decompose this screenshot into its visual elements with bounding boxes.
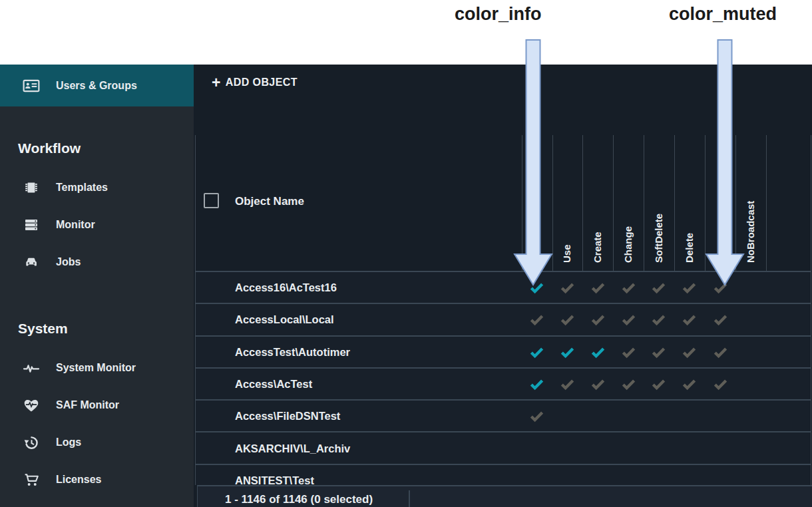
object-name-cell: AKSARCHIV\L_Archiv (235, 442, 350, 454)
sidebar-item-templates[interactable]: Templates (0, 169, 194, 206)
sidebar-item-licenses[interactable]: Licenses (0, 461, 194, 498)
column-grid-line (705, 135, 706, 271)
column-header-delete: Delete (684, 233, 695, 263)
table-row[interactable]: ANSITEST\Test (196, 465, 811, 485)
check-icon[interactable] (556, 377, 578, 392)
check-icon[interactable] (618, 312, 639, 327)
column-grid-line (766, 135, 767, 271)
check-icon[interactable] (679, 377, 700, 392)
add-object-button[interactable]: ADD OBJECT (212, 76, 298, 89)
check-icon[interactable] (679, 312, 700, 327)
annotation-label-color-info: color_info (455, 4, 542, 25)
check-icon[interactable] (679, 280, 700, 295)
sidebar-item-label: System Monitor (56, 362, 136, 374)
object-name-cell: Access\FileDSNTest (235, 410, 340, 422)
column-header-use: Use (561, 244, 572, 263)
sidebar-item-system-monitor[interactable]: System Monitor (0, 349, 194, 387)
object-name-cell: ANSITEST\Test (235, 474, 314, 485)
server-icon (23, 216, 40, 234)
select-all-checkbox[interactable] (204, 193, 219, 208)
check-icon[interactable] (710, 280, 731, 295)
column-grid-line (735, 135, 736, 271)
check-icon[interactable] (526, 377, 548, 392)
check-icon[interactable] (648, 280, 670, 295)
table-row[interactable]: AccessLocal\Local (196, 304, 811, 336)
check-icon[interactable] (526, 280, 548, 295)
column-grid-line (644, 135, 644, 271)
sidebar: Users & Groups WorkflowTemplatesMonitorJ… (0, 65, 194, 507)
check-icon[interactable] (710, 312, 731, 327)
object-name-cell: Access\AcTest (235, 378, 312, 391)
chip-icon (23, 179, 40, 196)
section-title-system: System (0, 320, 194, 337)
check-icon[interactable] (556, 280, 578, 295)
heart-pulse-icon (23, 397, 40, 414)
table-row[interactable]: Access\AcTest (196, 369, 811, 401)
page: color_info color_muted Users & Groups Wo… (0, 0, 812, 507)
column-grid-line (522, 135, 522, 271)
check-icon[interactable] (710, 377, 731, 392)
table-row[interactable]: Access\FileDSNTest (196, 401, 811, 432)
column-grid-line (613, 135, 614, 271)
sidebar-item-monitor[interactable]: Monitor (0, 206, 194, 244)
check-icon[interactable] (526, 409, 548, 424)
check-icon[interactable] (526, 312, 548, 327)
check-icon[interactable] (556, 344, 578, 359)
check-icon[interactable] (587, 377, 608, 392)
check-icon[interactable] (648, 312, 670, 327)
sidebar-item-label: Logs (56, 436, 81, 448)
range-text: 1 - 1146 of 1146 (0 selected) (225, 493, 373, 506)
sidebar-item-logs[interactable]: Logs (0, 424, 194, 461)
sidebar-item-label: Monitor (56, 219, 95, 231)
check-icon[interactable] (587, 344, 608, 359)
table-header: Object Name UseCreateChangeSoftDeleteDel… (196, 135, 811, 271)
column-header-softdelete: SoftDelete (653, 214, 664, 263)
cart-icon (23, 471, 40, 488)
column-grid-line (552, 135, 553, 271)
column-header-change: Change (622, 226, 634, 263)
object-name-cell: Access16\AcTest16 (235, 281, 337, 294)
objects-table: Object Name UseCreateChangeSoftDeleteDel… (195, 135, 811, 485)
check-icon[interactable] (679, 344, 700, 359)
sidebar-section-system: SystemSystem MonitorSAF MonitorLogsLicen… (0, 320, 194, 498)
sidebar-item-label: SAF Monitor (56, 399, 119, 411)
check-icon[interactable] (526, 344, 548, 359)
sidebar-item-saf-monitor[interactable]: SAF Monitor (0, 387, 194, 424)
sidebar-item-label: Users & Groups (56, 80, 137, 92)
check-icon[interactable] (587, 312, 608, 327)
sidebar-section-workflow: WorkflowTemplatesMonitorJobs (0, 140, 194, 281)
check-icon[interactable] (587, 280, 608, 295)
table-row[interactable]: AKSARCHIV\L_Archiv (196, 432, 811, 464)
section-title-workflow: Workflow (0, 140, 194, 157)
heartbeat-icon (23, 359, 40, 377)
check-icon[interactable] (648, 377, 670, 392)
check-icon[interactable] (618, 377, 639, 392)
sidebar-item-users-groups[interactable]: Users & Groups (0, 65, 194, 106)
plus-icon (212, 76, 221, 89)
main-panel: ADD OBJECT Object Name UseCreateChangeSo… (194, 65, 812, 507)
add-object-label: ADD OBJECT (226, 77, 298, 88)
table-row[interactable]: Access16\AcTest16 (196, 272, 811, 304)
history-icon (23, 434, 40, 451)
check-icon[interactable] (618, 344, 639, 359)
column-grid-line (582, 135, 583, 271)
check-icon[interactable] (710, 344, 731, 359)
object-name-cell: AccessLocal\Local (235, 313, 334, 326)
sidebar-item-label: Templates (56, 182, 108, 194)
table-body: Access16\AcTest16AccessLocal\LocalAccess… (196, 271, 811, 485)
column-grid-line (674, 135, 675, 271)
column-header-create: Create (592, 232, 603, 263)
check-icon[interactable] (618, 280, 639, 295)
object-name-cell: AccessTest\Autotimer (235, 345, 350, 358)
column-header-nobroadcast: NoBroadcast (745, 201, 756, 263)
paginator: 1 - 1146 of 1146 (0 selected) (197, 485, 812, 507)
car-icon (23, 254, 40, 271)
check-icon[interactable] (648, 344, 670, 359)
sidebar-item-jobs[interactable]: Jobs (0, 244, 194, 281)
sidebar-item-label: Jobs (56, 256, 81, 268)
check-icon[interactable] (556, 312, 578, 327)
sidebar-item-label: Licenses (56, 474, 101, 486)
paginator-divider (409, 490, 410, 507)
id-card-icon (23, 77, 40, 94)
table-row[interactable]: AccessTest\Autotimer (196, 337, 811, 369)
